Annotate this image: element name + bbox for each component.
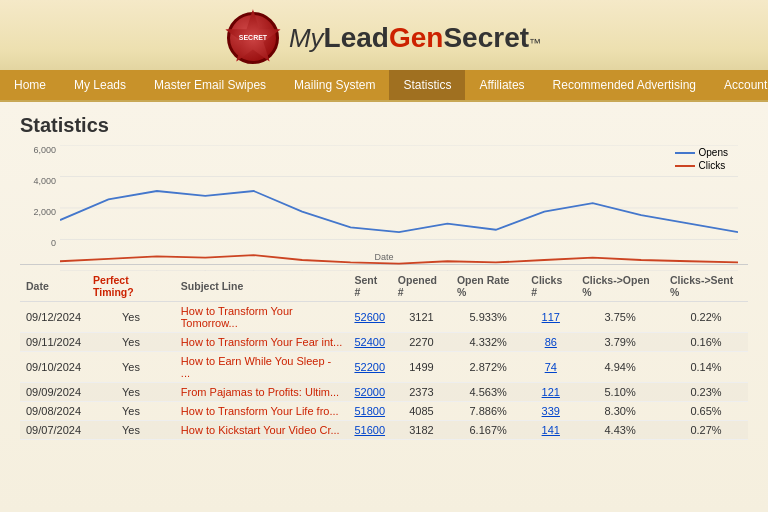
cell-clicks-sent: 0.23% xyxy=(664,383,748,402)
chart-x-label: Date xyxy=(374,252,393,262)
chart-svg xyxy=(60,145,738,271)
cell-clicks[interactable]: 117 xyxy=(525,302,576,333)
statistics-table: Date Perfect Timing? Subject Line Sent #… xyxy=(20,271,748,440)
cell-clicks-open: 3.79% xyxy=(576,333,664,352)
yaxis-0: 0 xyxy=(51,238,56,248)
cell-clicks-sent: 0.65% xyxy=(664,402,748,421)
nav-email-swipes[interactable]: Master Email Swipes xyxy=(140,70,280,100)
cell-date: 09/12/2024 xyxy=(20,302,87,333)
chart-legend: Opens Clicks xyxy=(675,147,728,171)
header: SECRET My LeadGenSecret™ Home My Leads M… xyxy=(0,0,768,102)
cell-sent[interactable]: 52000 xyxy=(348,383,391,402)
cell-open-rate: 4.563% xyxy=(451,383,525,402)
chart-container: 6,000 4,000 2,000 0 xyxy=(20,145,748,265)
cell-open-rate: 4.332% xyxy=(451,333,525,352)
brand-tm: ™ xyxy=(529,36,541,50)
table-row: 09/09/2024 Yes From Pajamas to Profits: … xyxy=(20,383,748,402)
cell-sent[interactable]: 52600 xyxy=(348,302,391,333)
cell-perfect: Yes xyxy=(87,302,175,333)
brand-lead: Lead xyxy=(324,22,389,54)
cell-open-rate: 2.872% xyxy=(451,352,525,383)
navigation: Home My Leads Master Email Swipes Mailin… xyxy=(0,70,768,100)
cell-sent[interactable]: 51600 xyxy=(348,421,391,440)
col-opened: Opened # xyxy=(392,271,451,302)
cell-open-rate: 7.886% xyxy=(451,402,525,421)
nav-mailing[interactable]: Mailing System xyxy=(280,70,389,100)
cell-subject[interactable]: How to Transform Your Fear int... xyxy=(175,333,349,352)
cell-opened: 2373 xyxy=(392,383,451,402)
cell-opened: 3121 xyxy=(392,302,451,333)
cell-perfect: Yes xyxy=(87,421,175,440)
nav-leads[interactable]: My Leads xyxy=(60,70,140,100)
cell-opened: 4085 xyxy=(392,402,451,421)
seal-text: SECRET xyxy=(239,34,267,42)
cell-subject[interactable]: How to Earn While You Sleep - ... xyxy=(175,352,349,383)
nav-advertising[interactable]: Recommended Advertising xyxy=(539,70,710,100)
cell-opened: 2270 xyxy=(392,333,451,352)
clicks-legend-line xyxy=(675,165,695,167)
nav-account[interactable]: Account ▼ xyxy=(710,70,768,100)
nav-home[interactable]: Home xyxy=(0,70,60,100)
cell-date: 09/07/2024 xyxy=(20,421,87,440)
col-clicks-sent: Clicks->Sent % xyxy=(664,271,748,302)
cell-clicks-open: 5.10% xyxy=(576,383,664,402)
cell-opened: 3182 xyxy=(392,421,451,440)
cell-clicks-open: 3.75% xyxy=(576,302,664,333)
yaxis-2000: 2,000 xyxy=(33,207,56,217)
table-row: 09/11/2024 Yes How to Transform Your Fea… xyxy=(20,333,748,352)
cell-open-rate: 6.167% xyxy=(451,421,525,440)
cell-date: 09/08/2024 xyxy=(20,402,87,421)
col-sent: Sent # xyxy=(348,271,391,302)
opens-line xyxy=(60,191,738,232)
cell-subject[interactable]: From Pajamas to Profits: Ultim... xyxy=(175,383,349,402)
main-container: SECRET My LeadGenSecret™ Home My Leads M… xyxy=(0,0,768,512)
cell-perfect: Yes xyxy=(87,333,175,352)
cell-date: 09/09/2024 xyxy=(20,383,87,402)
cell-date: 09/10/2024 xyxy=(20,352,87,383)
cell-clicks-open: 4.43% xyxy=(576,421,664,440)
header-top: SECRET My LeadGenSecret™ xyxy=(0,8,768,70)
table-row: 09/08/2024 Yes How to Transform Your Lif… xyxy=(20,402,748,421)
table-row: 09/07/2024 Yes How to Kickstart Your Vid… xyxy=(20,421,748,440)
cell-clicks-sent: 0.14% xyxy=(664,352,748,383)
cell-sent[interactable]: 52400 xyxy=(348,333,391,352)
chart-yaxis: 6,000 4,000 2,000 0 xyxy=(20,145,60,248)
table-row: 09/12/2024 Yes How to Transform Your Tom… xyxy=(20,302,748,333)
table-header-row: Date Perfect Timing? Subject Line Sent #… xyxy=(20,271,748,302)
cell-clicks[interactable]: 74 xyxy=(525,352,576,383)
col-date: Date xyxy=(20,271,87,302)
clicks-legend-label: Clicks xyxy=(699,160,726,171)
wax-seal: SECRET xyxy=(227,12,279,64)
cell-clicks[interactable]: 141 xyxy=(525,421,576,440)
legend-clicks: Clicks xyxy=(675,160,728,171)
brand-my: My xyxy=(289,23,324,54)
cell-sent[interactable]: 52200 xyxy=(348,352,391,383)
col-open-rate: Open Rate % xyxy=(451,271,525,302)
cell-perfect: Yes xyxy=(87,402,175,421)
cell-opened: 1499 xyxy=(392,352,451,383)
cell-perfect: Yes xyxy=(87,352,175,383)
cell-clicks-open: 4.94% xyxy=(576,352,664,383)
nav-statistics[interactable]: Statistics xyxy=(389,70,465,100)
cell-clicks[interactable]: 121 xyxy=(525,383,576,402)
table-row: 09/10/2024 Yes How to Earn While You Sle… xyxy=(20,352,748,383)
nav-affiliates[interactable]: Affiliates xyxy=(465,70,538,100)
cell-subject[interactable]: How to Transform Your Tomorrow... xyxy=(175,302,349,333)
cell-subject[interactable]: How to Transform Your Life fro... xyxy=(175,402,349,421)
brand-secret: Secret xyxy=(443,22,529,54)
opens-legend-line xyxy=(675,152,695,154)
opens-legend-label: Opens xyxy=(699,147,728,158)
cell-clicks[interactable]: 86 xyxy=(525,333,576,352)
cell-date: 09/11/2024 xyxy=(20,333,87,352)
col-clicks: Clicks # xyxy=(525,271,576,302)
brand: My LeadGenSecret™ xyxy=(289,22,541,54)
clicks-line xyxy=(60,255,738,263)
cell-clicks-open: 8.30% xyxy=(576,402,664,421)
legend-opens: Opens xyxy=(675,147,728,158)
cell-open-rate: 5.933% xyxy=(451,302,525,333)
cell-clicks-sent: 0.22% xyxy=(664,302,748,333)
cell-subject[interactable]: How to Kickstart Your Video Cr... xyxy=(175,421,349,440)
yaxis-4000: 4,000 xyxy=(33,176,56,186)
cell-sent[interactable]: 51800 xyxy=(348,402,391,421)
cell-clicks[interactable]: 339 xyxy=(525,402,576,421)
